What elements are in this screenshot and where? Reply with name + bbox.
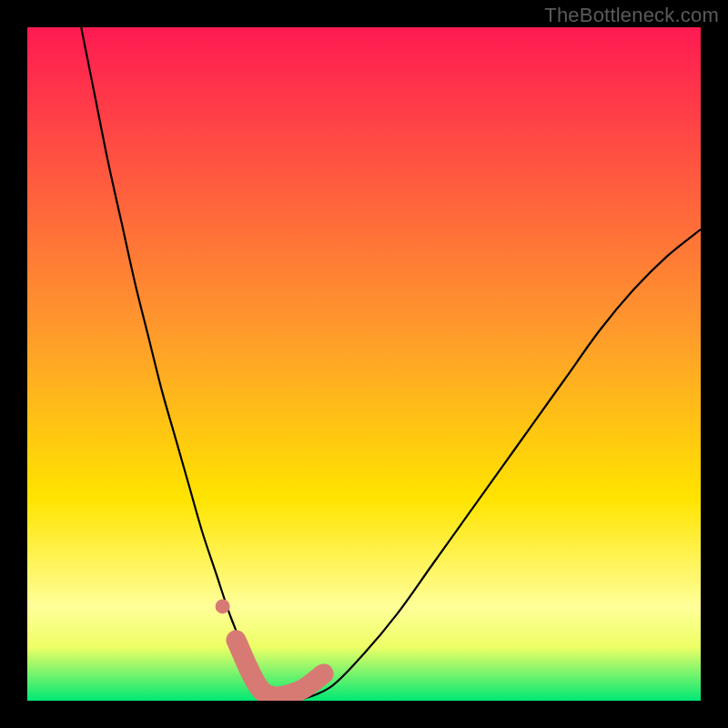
chart-frame: TheBottleneck.com bbox=[0, 0, 728, 728]
plot-area bbox=[27, 27, 701, 701]
watermark-text: TheBottleneck.com bbox=[544, 4, 719, 27]
marker-dot bbox=[216, 599, 230, 613]
chart-svg bbox=[27, 27, 701, 701]
gradient-background bbox=[27, 27, 701, 701]
